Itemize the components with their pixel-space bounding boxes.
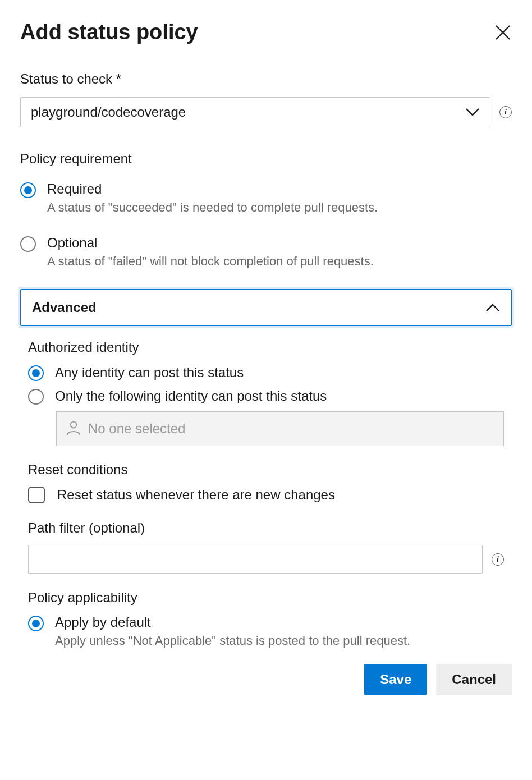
radio-apply-default-label: Apply by default [55,614,410,630]
chevron-up-icon [485,303,500,312]
radio-apply-default-desc: Apply unless "Not Applicable" status is … [55,634,410,648]
path-filter-label: Path filter (optional) [28,520,504,536]
cancel-button[interactable]: Cancel [436,664,512,695]
status-check-value: playground/codecoverage [31,104,186,120]
policy-requirement-label: Policy requirement [20,151,512,167]
advanced-title: Advanced [32,300,97,315]
reset-conditions-label: Reset conditions [28,462,504,478]
identity-placeholder: No one selected [88,421,185,437]
close-icon[interactable] [494,24,512,42]
save-button[interactable]: Save [364,664,427,695]
page-title: Add status policy [20,20,198,44]
reset-checkbox-label: Reset status whenever there are new chan… [57,487,335,503]
radio-optional-desc: A status of "failed" will not block comp… [47,254,374,269]
reset-checkbox[interactable] [28,487,45,503]
person-icon [66,420,81,438]
radio-required[interactable] [20,182,36,198]
radio-required-label: Required [47,181,378,197]
info-icon[interactable]: i [492,553,504,566]
svg-point-0 [71,422,77,428]
advanced-panel-toggle[interactable]: Advanced [20,289,512,326]
status-check-label: Status to check * [20,71,512,87]
status-check-select[interactable]: playground/codecoverage [20,97,490,127]
radio-any-identity-label: Any identity can post this status [55,365,244,380]
chevron-down-icon [465,108,480,117]
policy-applicability-label: Policy applicability [28,590,504,605]
radio-optional[interactable] [20,236,36,252]
info-icon[interactable]: i [499,106,512,118]
identity-picker[interactable]: No one selected [56,411,504,446]
radio-required-desc: A status of "succeeded" is needed to com… [47,200,378,215]
radio-apply-default[interactable] [28,616,44,631]
authorized-identity-label: Authorized identity [28,339,504,355]
path-filter-input[interactable] [28,545,483,574]
radio-specific-identity[interactable] [28,389,44,405]
radio-any-identity[interactable] [28,365,44,381]
radio-optional-label: Optional [47,235,374,251]
radio-specific-identity-label: Only the following identity can post thi… [55,388,327,404]
